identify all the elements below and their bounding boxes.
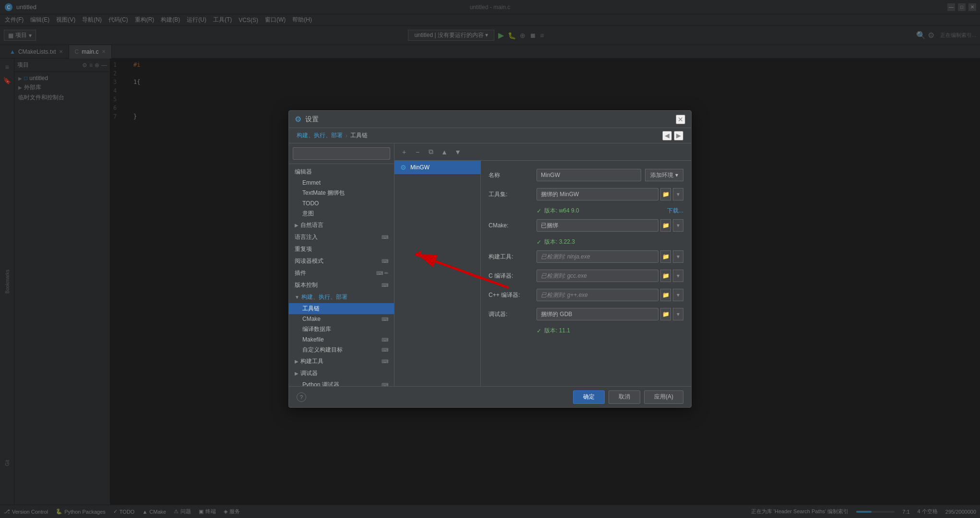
copy-toolchain-btn[interactable]: ⧉ [425, 146, 437, 158]
build-tool-input[interactable]: 已检测到: ninja.exe [537, 250, 658, 263]
settings-child-makefile[interactable]: Makefile ⌨ [289, 335, 394, 344]
toolset-dropdown-btn[interactable]: ▾ [673, 188, 683, 200]
cmake-select[interactable]: 已捆绑 [537, 219, 658, 232]
python-debugger-label: Python 调试器 [302, 381, 339, 386]
debugger-folder-btn[interactable]: 📁 [660, 308, 671, 320]
duplicates-label: 重复项 [295, 245, 312, 253]
build-tool-dropdown-btn[interactable]: ▾ [673, 250, 683, 263]
build-tools-label: 构建工具 [300, 357, 323, 365]
toolset-select[interactable]: 捆绑的 MinGW [537, 188, 658, 200]
add-env-arrow: ▾ [675, 172, 678, 178]
cmake-folder-btn[interactable]: 📁 [660, 219, 671, 232]
debugger-label: 调试器 [300, 369, 318, 377]
cpp-compiler-folder-btn[interactable]: 📁 [660, 289, 671, 301]
name-input[interactable]: MinGW [537, 169, 641, 181]
makefile-label: Makefile [302, 336, 324, 343]
vcs-label: 版本控制 [295, 281, 318, 289]
settings-search-input[interactable] [293, 147, 390, 160]
debugger-check-text: 版本: 11.1 [544, 327, 570, 335]
toolset-check-row: ✓ 版本: w64 9.0 下载... [537, 207, 683, 215]
name-value: MinGW [541, 172, 637, 178]
breadcrumb-root[interactable]: 构建、执行、部署 [297, 131, 343, 140]
modal-overlay: ⚙ 设置 ✕ 构建、执行、部署 › 工具链 ◀ ▶ [0, 0, 980, 518]
toolset-check-text: 版本: w64 9.0 [544, 207, 579, 215]
editor-group-label: 编辑器 [295, 168, 312, 176]
settings-group-vcs[interactable]: 版本控制 ⌨ [289, 279, 394, 291]
build-tool-folder-btn[interactable]: 📁 [660, 250, 671, 263]
settings-group-plugins[interactable]: 插件 ⌨ ✏ [289, 267, 394, 279]
c-compiler-input[interactable]: 已检测到: gcc.exe [537, 270, 658, 282]
add-env-btn[interactable]: 添加环境 ▾ [645, 169, 683, 181]
settings-group-debugger[interactable]: ▶ 调试器 [289, 367, 394, 379]
build-tool-placeholder: 已检测到: ninja.exe [541, 253, 590, 261]
settings-tree: 编辑器 Emmet TextMate 捆绑包 TODO 意图 [289, 164, 394, 386]
toolset-select-wrapper: 捆绑的 MinGW 📁 ▾ [537, 188, 683, 200]
apply-button[interactable]: 应用(A) [644, 390, 683, 404]
download-link[interactable]: 下载... [667, 207, 683, 215]
cpp-compiler-dropdown-btn[interactable]: ▾ [673, 289, 683, 301]
cpp-compiler-label: C++ 编译器: [489, 291, 537, 299]
add-toolchain-btn[interactable]: + [398, 146, 410, 158]
c-compiler-wrapper: 已检测到: gcc.exe 📁 ▾ [537, 270, 683, 282]
breadcrumb-forward[interactable]: ▶ [674, 131, 683, 141]
settings-content: + − ⧉ ▲ ▼ ⚙ MinGW [394, 143, 691, 386]
settings-group-natural[interactable]: ▶ 自然语言 [289, 219, 394, 231]
settings-child-toolchain[interactable]: 工具链 [289, 303, 394, 314]
help-icon[interactable]: ? [297, 392, 306, 402]
settings-group-editor[interactable]: 编辑器 [289, 166, 394, 178]
settings-child-todo[interactable]: TODO [289, 199, 394, 208]
toolset-folder-btn[interactable]: 📁 [660, 188, 671, 200]
debugger-dropdown-btn[interactable]: ▾ [673, 308, 683, 320]
debugger-check-row: ✓ 版本: 11.1 [537, 327, 683, 335]
debugger-row: 调试器: 捆绑的 GDB 📁 ▾ [489, 307, 683, 321]
cmake-check-row: ✓ 版本: 3.22.3 [537, 238, 683, 246]
cmake-row: CMake: 已捆绑 📁 ▾ [489, 219, 683, 232]
settings-group-build[interactable]: ▼ 构建、执行、部署 [289, 291, 394, 303]
breadcrumb-separator: › [346, 132, 347, 139]
move-up-btn[interactable]: ▲ [439, 146, 450, 158]
dialog-title-icon: ⚙ [295, 115, 301, 124]
cmake-value: 已捆绑 [541, 222, 654, 230]
cpp-compiler-placeholder: 已检测到: g++.exe [541, 291, 588, 299]
cmake-check-text: 版本: 3.22.3 [544, 238, 575, 246]
settings-child-cmake[interactable]: CMake ⌨ [289, 314, 394, 324]
settings-child-emmet[interactable]: Emmet [289, 178, 394, 188]
settings-group-lang-inject[interactable]: 语言注入 ⌨ [289, 231, 394, 243]
intention-label: 意图 [302, 210, 314, 218]
emmet-label: Emmet [302, 179, 321, 186]
move-down-btn[interactable]: ▼ [452, 146, 464, 158]
compile-db-label: 编译数据库 [302, 325, 331, 333]
todo-label: TODO [302, 200, 319, 207]
dialog-close-button[interactable]: ✕ [676, 115, 685, 124]
name-label: 名称 [489, 171, 537, 179]
breadcrumb-back[interactable]: ◀ [662, 131, 672, 141]
toolchain-item-mingw[interactable]: ⚙ MinGW [394, 161, 480, 174]
debugger-select[interactable]: 捆绑的 GDB [537, 308, 658, 320]
cmake-label: CMake: [489, 222, 537, 229]
build-tool-row: 构建工具: 已检测到: ninja.exe 📁 ▾ [489, 250, 683, 263]
settings-group-build-tools[interactable]: ▶ 构建工具 ⌨ [289, 355, 394, 367]
settings-child-compile-db[interactable]: 编译数据库 [289, 324, 394, 335]
toolchain-toolbar: + − ⧉ ▲ ▼ [394, 143, 691, 161]
remove-toolchain-btn[interactable]: − [412, 146, 423, 158]
cancel-button[interactable]: 取消 [609, 390, 640, 404]
settings-group-duplicates[interactable]: 重复项 [289, 243, 394, 255]
dialog-breadcrumb: 构建、执行、部署 › 工具链 ◀ ▶ [289, 128, 691, 143]
c-compiler-dropdown-btn[interactable]: ▾ [673, 270, 683, 282]
settings-child-python-debugger[interactable]: Python 调试器 ⌨ [289, 379, 394, 386]
c-compiler-folder-btn[interactable]: 📁 [660, 270, 671, 282]
settings-child-custom-target[interactable]: 自定义构建目标 ⌨ [289, 344, 394, 355]
cpp-compiler-input[interactable]: 已检测到: g++.exe [537, 289, 658, 301]
plugins-label: 插件 [295, 269, 306, 277]
ok-button[interactable]: 确定 [573, 390, 605, 404]
settings-group-reader[interactable]: 阅读器模式 ⌨ [289, 255, 394, 267]
settings-child-textmate[interactable]: TextMate 捆绑包 [289, 188, 394, 199]
build-label: 构建、执行、部署 [301, 293, 347, 301]
toolset-row: 工具集: 捆绑的 MinGW 📁 ▾ [489, 188, 683, 201]
cmake-select-wrapper: 已捆绑 📁 ▾ [537, 219, 683, 232]
cmake-settings-label: CMake [302, 316, 321, 322]
cmake-dropdown-btn[interactable]: ▾ [673, 219, 683, 232]
reader-label: 阅读器模式 [295, 257, 323, 265]
debugger-value: 捆绑的 GDB [541, 310, 654, 318]
settings-child-intention[interactable]: 意图 [289, 208, 394, 219]
